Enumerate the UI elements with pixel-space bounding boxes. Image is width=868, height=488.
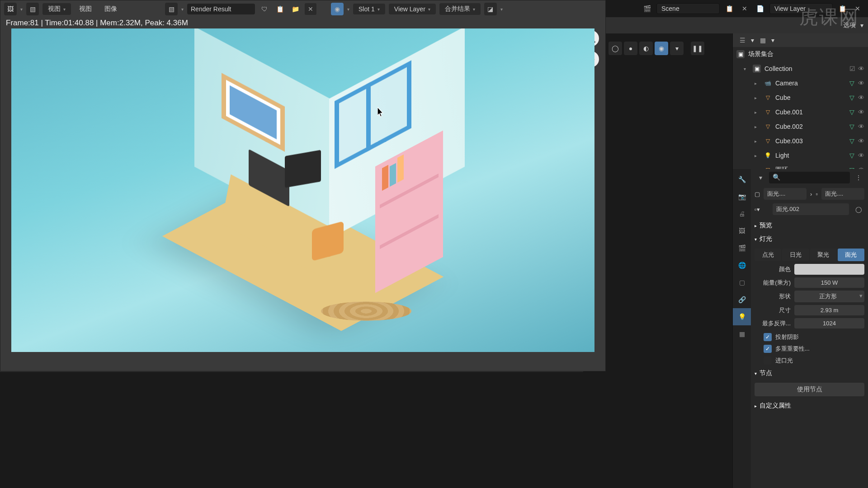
close-icon[interactable]: ✕	[305, 3, 316, 15]
prop-dd-icon[interactable]: ▾	[755, 172, 766, 183]
shading-wireframe-icon[interactable]: ◯	[609, 42, 622, 55]
scene-copy-icon[interactable]: 📋	[723, 3, 735, 14]
breadcrumb-object[interactable]: 面光....	[764, 188, 807, 200]
shading-dropdown-icon[interactable]: ▾	[670, 42, 684, 55]
light-type-spot[interactable]: 聚光	[810, 249, 837, 261]
render-viewport[interactable]	[11, 28, 594, 352]
chevron-down-icon[interactable]: ▾	[181, 7, 184, 12]
tab-world-icon[interactable]: 🌐	[733, 257, 751, 274]
display-channels-icon[interactable]: ◉	[331, 3, 344, 15]
tab-constraints-icon[interactable]: 🔗	[733, 291, 751, 308]
expand-triangle-icon[interactable]: ▸	[755, 81, 760, 86]
tab-render-icon[interactable]: 📷	[733, 188, 751, 205]
expand-triangle-icon[interactable]: ▸	[755, 153, 760, 158]
use-nodes-button[interactable]: 使用节点	[755, 383, 864, 396]
eye-icon[interactable]: 👁	[858, 137, 864, 145]
render-result-field[interactable]: Render Result	[187, 4, 255, 14]
panel-custom-props[interactable]: ▸自定义属性	[755, 399, 864, 413]
editor-type-icon[interactable]: 🖼	[4, 3, 17, 15]
outliner-item[interactable]: ▸ ▽ Cube.003 ▽ 👁	[733, 134, 868, 148]
options-label[interactable]: 选项	[843, 21, 856, 29]
check-shadow[interactable]: ✓投射阴影	[755, 331, 864, 343]
shading-rendered-icon[interactable]: ◉	[655, 42, 668, 55]
outliner-collection[interactable]: ▾ ▣ Collection ☑ 👁	[733, 61, 868, 76]
copy-icon[interactable]: 📋	[274, 3, 286, 15]
chevron-down-icon[interactable]: ▾	[500, 7, 503, 12]
light-type-area[interactable]: 面光	[838, 249, 864, 261]
light-data-icon[interactable]: ▫▾	[755, 206, 760, 213]
tab-object-icon[interactable]: ▢	[733, 274, 751, 291]
eye-icon[interactable]: 👁	[858, 65, 864, 72]
light-data-field[interactable]: 面光.002	[773, 203, 849, 215]
eye-icon[interactable]: 👁	[858, 123, 864, 130]
shield-icon[interactable]: 🛡	[259, 3, 270, 15]
slot-dropdown[interactable]: Slot 1▾	[353, 4, 385, 14]
scene-name-field[interactable]: Scene	[656, 3, 720, 14]
viewlayer-copy-icon[interactable]: 📋	[836, 3, 848, 14]
prop-search-input[interactable]: 🔍	[769, 172, 850, 183]
expand-triangle-icon[interactable]: ▸	[755, 139, 760, 144]
panel-preview[interactable]: ▸预览	[755, 219, 864, 232]
shading-solid-icon[interactable]: ●	[624, 42, 637, 55]
outliner-item[interactable]: ▸ ▽ Cube.001 ▽ 👁	[733, 105, 868, 119]
tab-tool-icon[interactable]: 🔧	[733, 171, 751, 188]
image-icon[interactable]: ▧	[26, 3, 39, 15]
chevron-down-icon[interactable]: ▾	[347, 7, 349, 12]
tab-texture-icon[interactable]: ▦	[733, 325, 751, 343]
expand-triangle-icon[interactable]: ▾	[744, 66, 749, 71]
tab-viewlayer-icon[interactable]: 🖼	[733, 222, 751, 239]
panel-nodes[interactable]: ▾节点	[755, 366, 864, 380]
eye-icon[interactable]: 👁	[858, 152, 864, 159]
menu-image[interactable]: 图像	[100, 3, 122, 15]
shape-dropdown[interactable]: 正方形 ▾	[794, 291, 864, 302]
light-type-point[interactable]: 点光	[755, 249, 781, 261]
checkbox-icon[interactable]: ☑	[849, 65, 855, 72]
shading-matprev-icon[interactable]: ◐	[639, 42, 653, 55]
display-mode-icon[interactable]: ◪	[484, 3, 497, 15]
expand-triangle-icon[interactable]: ▸	[755, 124, 760, 129]
outliner-item[interactable]: ▸ ▽ Cube.002 ▽ 👁	[733, 119, 868, 134]
check-portal[interactable]: 进口光	[755, 355, 864, 366]
energy-value[interactable]: 150 W	[794, 277, 864, 288]
chevron-down-icon[interactable]: ▾	[771, 37, 774, 44]
viewlayer-name-field[interactable]: View Layer	[769, 3, 833, 14]
layer-dropdown[interactable]: View Layer▾	[389, 4, 436, 14]
timeline-area[interactable]	[0, 371, 583, 488]
viewlayer-icon[interactable]: 📄	[754, 3, 766, 14]
check-multi-importance[interactable]: ✓多重重要性...	[755, 343, 864, 355]
tab-data-light-icon[interactable]: 💡	[733, 308, 751, 325]
folder-icon[interactable]: 📁	[289, 3, 301, 15]
outliner-item[interactable]: ▸ 💡 Light ▽ 👁	[733, 148, 868, 163]
size-value[interactable]: 2.93 m	[794, 305, 864, 315]
tab-scene-icon[interactable]: 🎬	[733, 239, 751, 257]
outliner-item[interactable]: ▸ ▽ Cube ▽ 👁	[733, 90, 868, 105]
new-data-icon[interactable]: ◯	[853, 203, 864, 215]
chevron-down-icon[interactable]: ▾	[20, 7, 23, 12]
tab-output-icon[interactable]: 🖨	[733, 205, 751, 222]
panel-light[interactable]: ▾灯光	[755, 232, 864, 246]
chevron-down-icon[interactable]: ▾	[860, 22, 863, 29]
pass-dropdown[interactable]: 合并结果▾	[439, 3, 481, 15]
eye-icon[interactable]: 👁	[858, 80, 864, 87]
outliner-type-icon[interactable]: ☰	[736, 34, 748, 46]
scene-icon[interactable]: 🎬	[641, 3, 653, 14]
menu-view[interactable]: 视图	[75, 3, 96, 15]
expand-triangle-icon[interactable]: ▸	[755, 95, 760, 100]
expand-triangle-icon[interactable]: ▸	[755, 110, 760, 115]
filter-icon[interactable]: ▦	[757, 34, 769, 46]
image-datablock-icon[interactable]: ▧	[165, 3, 178, 15]
chevron-down-icon[interactable]: ▾	[751, 37, 754, 44]
color-swatch[interactable]	[794, 264, 864, 275]
breadcrumb-data[interactable]: 面光....	[821, 188, 864, 200]
outliner-item[interactable]: ▸ 📹 Camera ▽ 👁	[733, 76, 868, 90]
outliner-scene-collection[interactable]: ▣ 场景集合	[733, 47, 868, 61]
eye-icon[interactable]: 👁	[858, 94, 864, 101]
scene-close-icon[interactable]: ✕	[739, 3, 750, 14]
eye-icon[interactable]: 👁	[858, 108, 864, 116]
light-type-sun[interactable]: 日光	[782, 249, 809, 261]
view-dropdown[interactable]: 视图▾	[42, 3, 71, 15]
pause-icon[interactable]: ❚❚	[691, 42, 704, 55]
bounce-value[interactable]: 1024	[794, 318, 864, 328]
viewlayer-close-icon[interactable]: ✕	[852, 3, 863, 14]
prop-options-icon[interactable]: ⋮	[853, 172, 864, 183]
